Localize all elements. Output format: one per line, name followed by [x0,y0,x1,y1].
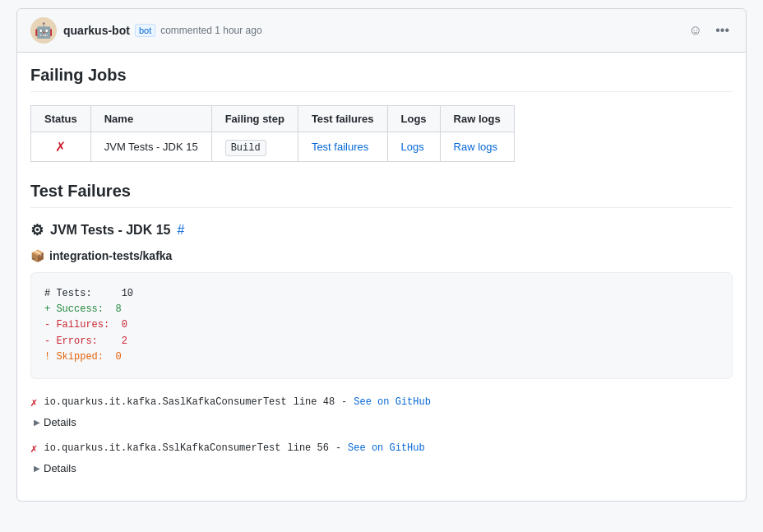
package-name: integration-tests/kafka [49,249,172,262]
package-heading: 📦 integration-tests/kafka [30,249,733,262]
failure-sep-1: - [335,442,341,454]
row-test-failures: Test failures [298,132,387,162]
failure-class-0: io.quarkus.it.kafka.SaslKafkaConsumerTes… [44,396,286,408]
skipped-value: 0 [109,351,121,363]
failure-sep-0: - [341,396,347,408]
table-body: ✗ JVM Tests - JDK 15 Build Test failures… [31,132,515,162]
skipped-line: ! Skipped: 0 [44,349,719,365]
logs-link[interactable]: Logs [401,141,424,153]
failures-label: - Failures: [44,319,109,331]
see-on-github-link-0[interactable]: See on GitHub [354,396,431,408]
failure-item-0: ✗ io.quarkus.it.kafka.SaslKafkaConsumerT… [30,396,733,409]
package-icon: 📦 [30,249,44,262]
col-name: Name [90,106,211,132]
failure-item-1: ✗ io.quarkus.it.kafka.SslKafkaConsumerTe… [30,442,733,456]
row-raw-logs: Raw logs [440,132,514,162]
failing-step-badge: Build [225,140,266,156]
failure-class-1: io.quarkus.it.kafka.SslKafkaConsumerTest [44,442,280,454]
comment-time: commented 1 hour ago [160,25,261,36]
avatar: 🤖 [30,17,57,44]
table-header-row: Status Name Failing step Test failures L… [31,106,515,132]
failure-line-1: line 56 [287,442,328,454]
errors-line: - Errors: 2 [44,334,719,349]
tests-value: 10 [98,288,133,299]
failure-line-0: line 48 [294,396,335,408]
emoji-button[interactable]: ☺ [686,21,705,39]
job-heading: ⚙ JVM Tests - JDK 15 # [30,221,733,239]
details-label-0: Details [44,416,76,428]
test-failures-link[interactable]: Test failures [312,141,368,153]
col-failing-step: Failing step [211,106,298,132]
job-hash-link[interactable]: # [177,223,184,238]
col-test-failures: Test failures [298,106,387,132]
row-status: ✗ [31,132,91,162]
row-name: JVM Tests - JDK 15 [90,132,211,162]
success-line: + Success: 8 [44,302,719,317]
bot-badge: bot [135,24,155,37]
raw-logs-link[interactable]: Raw logs [454,141,497,153]
success-value: 8 [109,303,121,315]
table-row: ✗ JVM Tests - JDK 15 Build Test failures… [31,132,515,162]
failing-jobs-table: Status Name Failing step Test failures L… [30,105,515,162]
emoji-icon: ☺ [689,23,702,38]
failing-jobs-title: Failing Jobs [30,66,733,92]
skipped-label: ! Skipped: [44,351,104,363]
details-label-1: Details [44,462,76,474]
tests-label: # Tests: [44,288,92,299]
comment-header: 🤖 quarkus-bot bot commented 1 hour ago ☺… [17,9,746,53]
fail-x-icon: ✗ [55,140,66,154]
failures-value: 0 [115,319,127,331]
row-logs: Logs [387,132,440,162]
header-meta: quarkus-bot bot commented 1 hour ago [63,24,686,37]
row-failing-step: Build [211,132,298,162]
see-on-github-link-1[interactable]: See on GitHub [348,442,425,454]
errors-value: 2 [104,335,127,347]
details-summary-1[interactable]: ▶ Details [30,462,733,474]
more-icon: ••• [715,23,729,38]
details-arrow-0: ▶ [34,418,40,427]
tests-line: # Tests: 10 [44,286,719,302]
details-arrow-1: ▶ [34,464,40,473]
username: quarkus-bot [63,24,130,37]
failure-x-icon-0: ✗ [30,396,37,409]
comment-body: Failing Jobs Status Name Failing step Te… [17,53,746,501]
col-status: Status [31,106,91,132]
errors-label: - Errors: [44,335,98,347]
table-header: Status Name Failing step Test failures L… [31,106,515,132]
gear-icon: ⚙ [30,221,44,239]
failure-x-icon-1: ✗ [30,442,37,456]
more-options-button[interactable]: ••• [712,21,733,39]
failures-line: - Failures: 0 [44,317,719,333]
col-raw-logs: Raw logs [440,106,514,132]
col-logs: Logs [387,106,440,132]
test-stats-block: # Tests: 10 + Success: 8 - Failures: 0 -… [30,272,733,379]
test-failures-title: Test Failures [30,182,733,208]
header-actions: ☺ ••• [686,21,733,39]
success-label: + Success: [44,303,104,315]
comment-container: 🤖 quarkus-bot bot commented 1 hour ago ☺… [16,8,747,502]
job-name: JVM Tests - JDK 15 [50,223,170,238]
details-summary-0[interactable]: ▶ Details [30,416,733,428]
